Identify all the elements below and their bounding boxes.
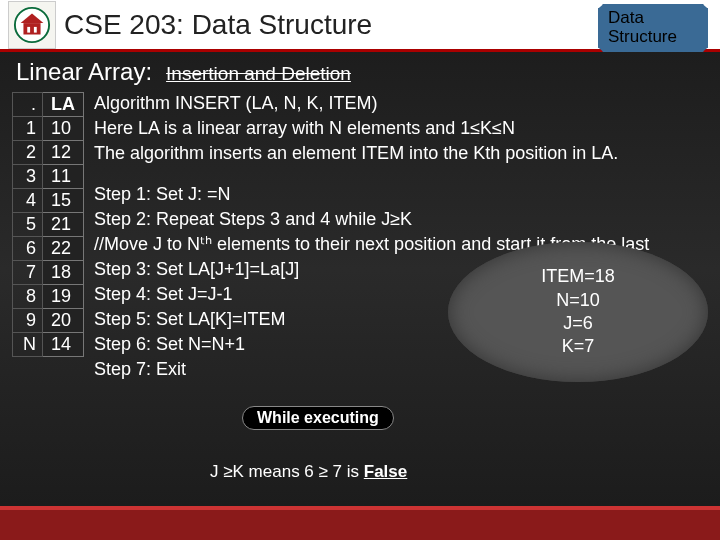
university-logo	[8, 1, 56, 49]
table-row: 920	[13, 309, 84, 333]
algo-desc2: The algorithm inserts an element ITEM in…	[94, 142, 708, 165]
svg-rect-1	[23, 23, 40, 34]
badge-line2: Structure	[608, 28, 698, 47]
footnote-val: False	[364, 462, 407, 481]
footnote: J ≥K means 6 ≥ 7 is False	[210, 462, 407, 482]
algorithm-text: Algorithm INSERT (LA, N, K, ITEM) Here L…	[94, 92, 708, 383]
badge-line1: Data	[608, 9, 698, 28]
header-bar: CSE 203: Data Structure Data Structure	[0, 0, 720, 52]
svg-rect-3	[27, 26, 30, 32]
table-row: 415	[13, 189, 84, 213]
table-row: 212	[13, 141, 84, 165]
while-executing-label: While executing	[242, 406, 394, 430]
algo-step2: Step 2: Repeat Steps 3 and 4 while J≥K	[94, 208, 708, 231]
bottom-bar	[0, 506, 720, 540]
array-table: . LA 110 212 311 415 521 622 718 819 920…	[12, 92, 84, 383]
topic-badge: Data Structure	[598, 4, 708, 52]
subhead-topic: Insertion and Deletion	[166, 63, 351, 85]
table-header-blank: .	[13, 93, 43, 117]
footnote-pre: J ≥K means 6 ≥ 7 is	[210, 462, 364, 481]
svg-rect-4	[34, 26, 37, 32]
table-row: N14	[13, 333, 84, 357]
table-row: 718	[13, 261, 84, 285]
subhead-label: Linear Array:	[16, 58, 152, 86]
state-k: K=7	[562, 335, 595, 358]
table-row: 311	[13, 165, 84, 189]
algo-desc1: Here LA is a linear array with N element…	[94, 117, 708, 140]
algo-step1: Step 1: Set J: =N	[94, 183, 708, 206]
state-item: ITEM=18	[541, 265, 615, 288]
algo-header: Algorithm INSERT (LA, N, K, ITEM)	[94, 92, 708, 115]
table-row: 110	[13, 117, 84, 141]
table-row: 521	[13, 213, 84, 237]
table-header-la: LA	[43, 93, 84, 117]
state-j: J=6	[563, 312, 593, 335]
table-row: 622	[13, 237, 84, 261]
state-bubble: ITEM=18 N=10 J=6 K=7	[448, 242, 708, 382]
table-row: 819	[13, 285, 84, 309]
state-n: N=10	[556, 289, 600, 312]
subheading: Linear Array: Insertion and Deletion	[0, 52, 720, 88]
